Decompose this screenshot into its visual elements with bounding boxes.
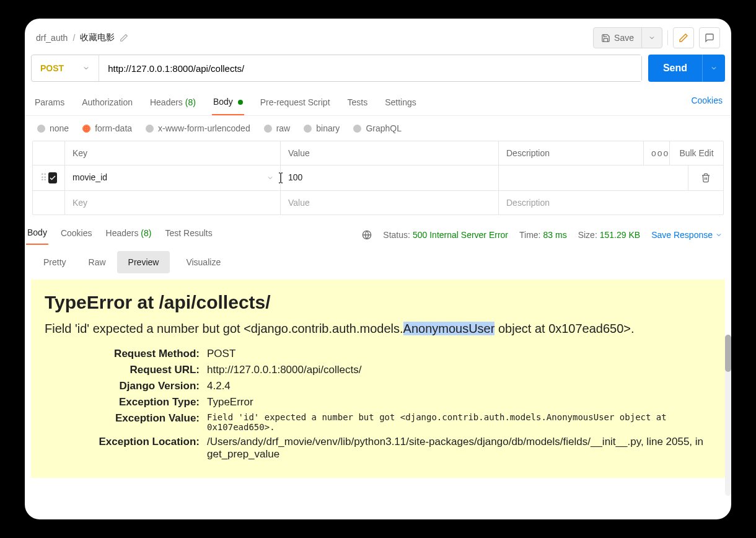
edit-name-icon[interactable] bbox=[120, 33, 128, 42]
size: Size:151.29 KB bbox=[578, 230, 641, 240]
breadcrumb-row: drf_auth / 收藏电影 Save bbox=[25, 19, 731, 55]
form-data-table: Key Value Description ooo Bulk Edit ⠿ mo… bbox=[32, 141, 724, 215]
tab-headers-count: (8) bbox=[185, 97, 196, 107]
col-value: Value bbox=[281, 141, 499, 165]
body-modified-dot bbox=[238, 100, 243, 105]
desc-cell-blank[interactable]: Description bbox=[499, 191, 723, 214]
drag-icon: ⠿ bbox=[40, 175, 47, 180]
tab-headers[interactable]: Headers (8) bbox=[149, 94, 197, 115]
chevron-down-icon bbox=[715, 231, 723, 239]
highlighted-text: AnonymousUser bbox=[403, 322, 495, 335]
url-bar: POST Send bbox=[25, 55, 731, 88]
pencil-icon bbox=[679, 33, 688, 43]
save-dropdown[interactable] bbox=[641, 28, 662, 48]
save-button-group: Save bbox=[593, 27, 662, 48]
rtab-test-results[interactable]: Test Results bbox=[164, 226, 213, 244]
col-description: Description bbox=[499, 141, 644, 165]
key-type-dropdown[interactable] bbox=[266, 174, 274, 182]
response-view-tabs: Pretty Raw Preview Visualize bbox=[25, 245, 731, 280]
col-handle bbox=[33, 141, 65, 165]
chevron-down-icon bbox=[82, 64, 90, 72]
tab-body-label: Body bbox=[213, 97, 233, 107]
time: Time:83 ms bbox=[519, 230, 567, 240]
value-cell[interactable]: 100 bbox=[281, 165, 499, 190]
radio-icon bbox=[353, 125, 361, 133]
radio-icon bbox=[264, 125, 272, 133]
scrollbar-thumb[interactable] bbox=[725, 335, 731, 372]
body-type-none[interactable]: none bbox=[37, 123, 69, 133]
tab-authorization[interactable]: Authorization bbox=[81, 94, 134, 115]
bulk-edit-button[interactable]: Bulk Edit bbox=[670, 141, 723, 165]
http-method-select[interactable]: POST bbox=[32, 55, 99, 81]
divider bbox=[667, 30, 668, 45]
chevron-down-icon bbox=[266, 174, 274, 182]
save-response-button[interactable]: Save Response bbox=[651, 230, 723, 240]
breadcrumb-sep: / bbox=[73, 33, 75, 43]
table-more-button[interactable]: ooo bbox=[644, 141, 670, 165]
chevron-down-icon bbox=[710, 64, 718, 72]
tab-tests[interactable]: Tests bbox=[346, 94, 369, 115]
body-type-graphql[interactable]: GraphQL bbox=[353, 123, 402, 133]
col-key: Key bbox=[65, 141, 281, 165]
radio-icon bbox=[82, 125, 90, 133]
view-raw[interactable]: Raw bbox=[77, 251, 117, 273]
rtab-headers[interactable]: Headers (8) bbox=[105, 226, 153, 244]
body-type-row: none form-data x-www-form-urlencoded raw… bbox=[25, 116, 731, 141]
rtab-body[interactable]: Body bbox=[26, 225, 48, 245]
response-preview: TypeError at /api/collects/ Field 'id' e… bbox=[31, 280, 725, 478]
text-cursor-icon bbox=[278, 172, 284, 183]
http-method-value: POST bbox=[40, 63, 64, 73]
row-handle[interactable]: ⠿ bbox=[33, 165, 65, 190]
view-visualize[interactable]: Visualize bbox=[175, 251, 232, 273]
body-type-binary[interactable]: binary bbox=[304, 123, 340, 133]
tab-body[interactable]: Body bbox=[212, 93, 244, 115]
save-label: Save bbox=[614, 33, 634, 43]
save-button[interactable]: Save bbox=[594, 28, 641, 48]
trash-icon bbox=[701, 173, 711, 183]
comment-icon bbox=[705, 33, 714, 43]
radio-icon bbox=[37, 125, 45, 133]
network-icon[interactable] bbox=[362, 230, 372, 240]
error-title: TypeError at /api/collects/ bbox=[45, 292, 711, 313]
cookies-link[interactable]: Cookies bbox=[691, 95, 723, 113]
tab-params[interactable]: Params bbox=[33, 94, 66, 115]
rtab-cookies[interactable]: Cookies bbox=[59, 226, 94, 244]
key-cell[interactable]: movie_id bbox=[65, 165, 281, 190]
send-button[interactable]: Send bbox=[648, 55, 702, 82]
status: Status:500 Internal Server Error bbox=[383, 230, 508, 240]
rtab-headers-count: (8) bbox=[141, 228, 151, 238]
view-preview[interactable]: Preview bbox=[117, 251, 170, 273]
body-type-xform[interactable]: x-www-form-urlencoded bbox=[146, 123, 250, 133]
send-dropdown[interactable] bbox=[702, 55, 725, 82]
chevron-down-icon bbox=[648, 34, 656, 42]
value-cell-blank[interactable]: Value bbox=[281, 191, 499, 214]
check-icon bbox=[49, 174, 56, 182]
error-summary: Field 'id' expected a number but got <dj… bbox=[45, 319, 711, 338]
edit-button[interactable] bbox=[673, 27, 694, 48]
tab-headers-label: Headers bbox=[150, 97, 183, 107]
key-cell-blank[interactable]: Key bbox=[65, 191, 281, 214]
key-value: movie_id bbox=[73, 172, 107, 182]
comments-button[interactable] bbox=[699, 27, 720, 48]
body-type-raw[interactable]: raw bbox=[264, 123, 291, 133]
delete-row-button[interactable] bbox=[688, 165, 723, 190]
row-checkbox[interactable] bbox=[48, 172, 57, 183]
response-tabs: Body Cookies Headers (8) Test Results St… bbox=[25, 215, 731, 245]
view-pretty[interactable]: Pretty bbox=[32, 251, 77, 273]
error-meta-table: Request Method:POST Request URL:http://1… bbox=[45, 348, 711, 461]
desc-cell[interactable] bbox=[499, 165, 688, 190]
tab-settings[interactable]: Settings bbox=[384, 94, 418, 115]
breadcrumb-name[interactable]: 收藏电影 bbox=[80, 32, 115, 43]
body-type-form-data[interactable]: form-data bbox=[82, 123, 132, 133]
save-icon bbox=[601, 33, 610, 43]
row-handle bbox=[33, 191, 65, 214]
rtab-headers-label: Headers bbox=[106, 228, 139, 238]
request-tabs: Params Authorization Headers (8) Body Pr… bbox=[25, 88, 731, 116]
radio-icon bbox=[146, 125, 154, 133]
radio-icon bbox=[304, 125, 312, 133]
breadcrumb-root[interactable]: drf_auth bbox=[36, 33, 68, 43]
tab-prerequest[interactable]: Pre-request Script bbox=[259, 94, 332, 115]
url-input[interactable] bbox=[99, 55, 641, 81]
